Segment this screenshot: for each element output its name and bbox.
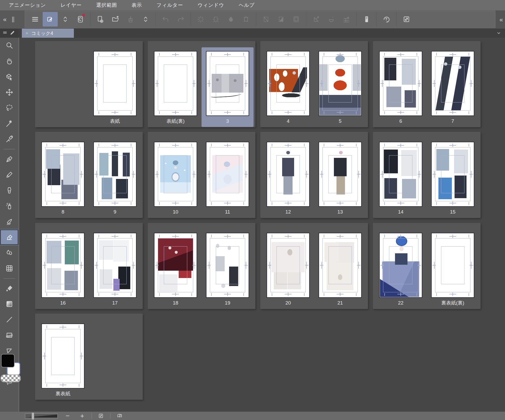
page-thumbnail[interactable] <box>267 233 310 298</box>
collapse-left-icon[interactable]: « <box>3 16 7 23</box>
menu-ウィンドウ[interactable]: ウィンドウ <box>198 2 224 9</box>
main-menu-button[interactable] <box>28 12 43 27</box>
page-thumbnail-cell[interactable]: 15 <box>427 138 479 218</box>
menu-フィルター[interactable]: フィルター <box>157 2 183 9</box>
fill-tool[interactable] <box>0 281 18 296</box>
page-thumbnail[interactable] <box>206 233 249 298</box>
page-thumbnail[interactable] <box>379 233 422 298</box>
page-manager-canvas[interactable]: 表紙表紙(裏)345678910111213141516171819202122… <box>19 38 505 412</box>
page-thumbnail-cell[interactable]: 4 <box>262 47 314 127</box>
page-thumbnail[interactable] <box>93 142 137 207</box>
zoom-out-button[interactable]: − <box>63 412 72 420</box>
tool-switch-button[interactable] <box>58 12 73 27</box>
page-thumbnail[interactable] <box>154 51 197 116</box>
page-thumbnail[interactable] <box>206 142 249 207</box>
page-thumbnail-cell[interactable]: 18 <box>150 229 202 309</box>
zoom-tool[interactable] <box>0 38 18 53</box>
page-thumbnail-cell[interactable]: 7 <box>427 47 479 127</box>
move-layer-tool[interactable] <box>0 85 18 100</box>
clip-studio-button[interactable] <box>73 12 88 27</box>
page-thumbnail-cell[interactable]: 12 <box>262 138 314 218</box>
page-thumbnail-cell[interactable]: 5 <box>314 47 366 127</box>
page-thumbnail-cell[interactable]: 14 <box>375 138 427 218</box>
file-switch-button[interactable] <box>138 12 153 27</box>
fullscreen-button[interactable] <box>399 12 414 27</box>
page-thumbnail-cell[interactable]: 20 <box>262 229 314 309</box>
page-thumbnail[interactable] <box>379 51 422 116</box>
page-thumbnail-cell[interactable]: 裏表紙(裏) <box>427 229 479 309</box>
zoom-slider[interactable] <box>25 413 58 419</box>
airbrush-tool[interactable] <box>0 198 18 214</box>
page-thumbnail[interactable] <box>431 51 474 116</box>
document-tab[interactable]: × コミック4 <box>22 29 74 38</box>
page-thumbnail-cell[interactable]: 表紙(裏) <box>150 47 202 127</box>
help-button[interactable]: ? <box>379 12 394 27</box>
pencil-tool[interactable] <box>0 167 18 183</box>
gradient-tool[interactable] <box>0 296 18 312</box>
main-color-swatch[interactable] <box>1 354 15 367</box>
page-thumbnail[interactable] <box>431 142 474 207</box>
page-thumbnail-cell[interactable]: 13 <box>314 138 366 218</box>
companion-device-button[interactable] <box>359 12 374 27</box>
page-thumbnail-cell[interactable]: 8 <box>37 138 89 218</box>
page-thumbnail-cell[interactable]: 11 <box>202 138 254 218</box>
pen-tool[interactable] <box>0 151 18 167</box>
page-thumbnail-cell[interactable]: 19 <box>202 229 254 309</box>
page-thumbnail-cell[interactable]: 10 <box>150 138 202 218</box>
eyedropper-tool[interactable] <box>0 131 18 147</box>
pencil-icon[interactable] <box>10 30 15 36</box>
zoom-in-button[interactable]: + <box>77 412 87 420</box>
page-thumbnail[interactable] <box>319 233 362 298</box>
page-thumbnail-cell[interactable]: 表紙 <box>89 47 141 127</box>
menu-表示[interactable]: 表示 <box>132 2 142 9</box>
menu-レイヤー[interactable]: レイヤー <box>61 2 82 9</box>
blend-tool[interactable] <box>0 245 18 261</box>
tab-close-icon[interactable]: × <box>25 31 28 36</box>
collapse-right-icon[interactable]: « <box>500 16 503 23</box>
page-thumbnail-cell[interactable]: 16 <box>37 229 89 309</box>
liquify-tool[interactable] <box>0 261 18 276</box>
page-thumbnail-cell[interactable]: 6 <box>375 47 427 127</box>
page-thumbnail[interactable] <box>93 233 137 298</box>
zoom-slider-handle[interactable] <box>31 412 34 420</box>
page-thumbnail[interactable] <box>41 324 85 389</box>
object-tool[interactable] <box>0 69 18 85</box>
page-thumbnail[interactable] <box>267 142 310 207</box>
eraser-tool[interactable] <box>0 229 18 245</box>
page-thumbnail[interactable] <box>431 233 474 298</box>
current-tool-button[interactable] <box>43 12 58 27</box>
page-thumbnail[interactable] <box>154 233 197 298</box>
open-file-button[interactable] <box>108 12 123 27</box>
decoration-tool[interactable] <box>0 214 18 229</box>
palette-menu-icon[interactable] <box>3 30 7 36</box>
page-thumbnail[interactable] <box>154 142 197 207</box>
page-thumbnail-cell[interactable]: 17 <box>89 229 141 309</box>
page-thumbnail-cell[interactable]: 21 <box>314 229 366 309</box>
auto-select-tool[interactable] <box>0 116 18 131</box>
hand-tool[interactable] <box>0 53 18 69</box>
page-thumbnail-cell[interactable]: 9 <box>89 138 141 218</box>
page-thumbnail[interactable] <box>319 51 362 116</box>
page-thumbnail[interactable] <box>41 142 85 207</box>
fit-to-screen-button[interactable] <box>95 412 107 420</box>
page-thumbnail-cell[interactable]: 裏表紙 <box>37 320 89 399</box>
page-thumbnail[interactable] <box>379 142 422 207</box>
page-thumbnail[interactable] <box>93 51 137 116</box>
page-flip-view-button[interactable] <box>114 412 125 420</box>
menu-アニメーション[interactable]: アニメーション <box>9 2 46 9</box>
toolbar-grip-handle[interactable] <box>12 17 14 22</box>
tab-list-chevron-icon[interactable] <box>496 30 501 37</box>
lasso-tool[interactable] <box>0 100 18 116</box>
page-thumbnail[interactable] <box>41 233 85 298</box>
page-thumbnail[interactable] <box>206 51 249 116</box>
figure-tool[interactable] <box>0 312 18 327</box>
transparent-color-swatch[interactable] <box>1 374 21 382</box>
page-thumbnail-cell[interactable]: 3 <box>202 47 254 127</box>
menu-選択範囲[interactable]: 選択範囲 <box>96 2 117 9</box>
menu-ヘルプ[interactable]: ヘルプ <box>239 2 255 9</box>
new-canvas-button[interactable] <box>93 12 108 27</box>
page-thumbnail-cell[interactable]: 22 <box>375 229 427 309</box>
frame-border-tool[interactable] <box>0 327 18 343</box>
brush-tool[interactable] <box>0 183 18 198</box>
page-thumbnail[interactable] <box>267 51 310 116</box>
